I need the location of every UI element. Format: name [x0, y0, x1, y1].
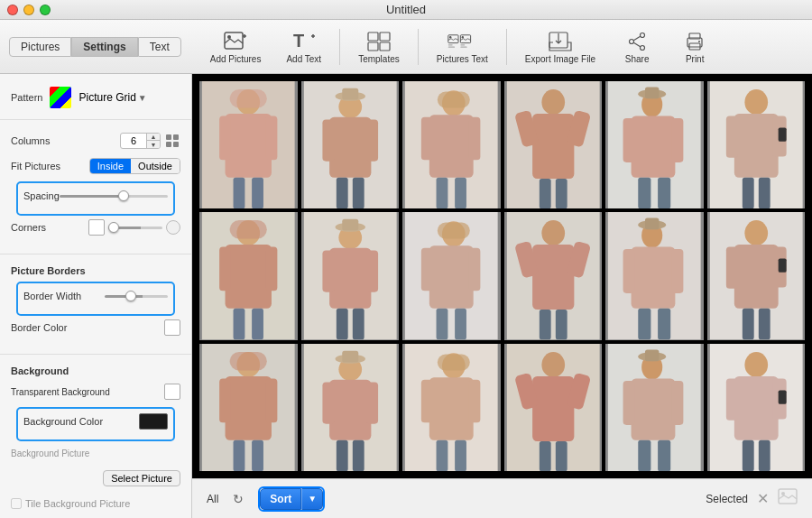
photo-cell[interactable] [402, 212, 501, 339]
svg-rect-168 [638, 439, 651, 471]
columns-stepper[interactable]: ▲ ▼ [120, 133, 161, 149]
tile-bg-row: Tile Background Picture [11, 494, 180, 513]
corners-swatch[interactable] [88, 219, 105, 236]
svg-rect-112 [539, 310, 550, 339]
svg-rect-38 [234, 178, 245, 209]
sort-button[interactable]: Sort [260, 488, 301, 510]
svg-rect-106 [438, 223, 470, 239]
svg-rect-77 [725, 116, 737, 158]
photo-cell[interactable] [301, 81, 400, 208]
svg-rect-69 [672, 118, 684, 162]
svg-rect-79 [778, 127, 786, 141]
svg-rect-63 [539, 179, 550, 208]
svg-rect-86 [266, 247, 278, 291]
svg-rect-31 [166, 142, 171, 147]
window-title: Untitled [386, 3, 426, 16]
corners-circle-btn[interactable] [166, 220, 180, 235]
pattern-row: Pattern Picture Grid ▼ [0, 81, 191, 114]
photo-cell[interactable] [301, 212, 400, 339]
photo-cell[interactable] [402, 344, 501, 471]
add-text-button[interactable]: T Add Text [275, 25, 332, 68]
share-label: Share [625, 54, 650, 64]
svg-rect-71 [658, 178, 670, 209]
columns-decrement[interactable]: ▼ [147, 141, 160, 149]
photo-cell[interactable] [504, 212, 603, 339]
photo-cell[interactable] [707, 81, 806, 208]
photo-cell[interactable] [199, 212, 298, 339]
background-color-swatch[interactable] [139, 413, 168, 430]
transparent-bg-label: Transparent Background [11, 387, 110, 397]
tile-bg-checkbox[interactable] [11, 498, 22, 509]
fit-pictures-row: Fit Pictures Inside Outside [11, 156, 180, 176]
svg-point-28 [698, 41, 700, 42]
photo-cell[interactable] [707, 344, 806, 471]
spacing-slider[interactable] [60, 195, 168, 198]
border-color-swatch[interactable] [164, 319, 180, 336]
grid-view-icon[interactable] [164, 133, 180, 149]
columns-input[interactable] [121, 135, 146, 146]
svg-rect-169 [658, 439, 670, 471]
spacing-highlight: Spacing [16, 181, 175, 216]
svg-rect-166 [623, 381, 635, 425]
photo-cell[interactable] [504, 344, 603, 471]
photo-cell[interactable] [707, 212, 806, 339]
fit-outside-btn[interactable]: Outside [131, 159, 180, 173]
minimize-button[interactable] [23, 5, 34, 15]
photo-cell[interactable] [402, 81, 501, 208]
svg-rect-151 [421, 379, 433, 422]
photo-cell[interactable] [605, 212, 704, 339]
svg-rect-70 [638, 178, 651, 209]
columns-increment[interactable]: ▲ [147, 133, 160, 141]
print-button[interactable]: Print [668, 25, 722, 68]
pattern-select[interactable]: Picture Grid ▼ [78, 91, 146, 104]
svg-point-59 [541, 89, 565, 115]
border-width-label: Border Width [23, 291, 81, 301]
svg-rect-150 [429, 377, 474, 439]
spacing-slider-container [60, 195, 168, 198]
border-width-slider[interactable] [105, 295, 168, 298]
svg-rect-53 [421, 117, 433, 161]
pictures-text-label: Pictures Text [437, 54, 488, 64]
export-button[interactable]: Export Image File [514, 25, 606, 68]
fit-inside-btn[interactable]: Inside [90, 159, 131, 173]
photo-cell[interactable] [199, 344, 298, 471]
pictures-text-button[interactable]: Pictures Text [426, 25, 499, 68]
photo-cell[interactable] [301, 344, 400, 471]
share-button[interactable]: Share [610, 25, 664, 68]
select-picture-button[interactable]: Select Picture [103, 470, 180, 486]
refresh-icon[interactable]: ↻ [227, 488, 249, 510]
photo-cell[interactable] [605, 81, 704, 208]
close-button[interactable] [7, 5, 18, 15]
toolbar-sep-2 [418, 29, 419, 65]
svg-rect-36 [219, 116, 231, 161]
toolbar-sep-3 [506, 29, 507, 65]
transparent-bg-swatch[interactable] [164, 384, 180, 400]
maximize-button[interactable] [40, 5, 51, 15]
tab-pictures[interactable]: Pictures [9, 37, 71, 57]
svg-point-12 [449, 36, 451, 38]
svg-rect-68 [623, 118, 635, 162]
svg-rect-102 [421, 248, 433, 291]
svg-rect-145 [366, 382, 378, 423]
sort-dropdown-btn[interactable]: ▼ [301, 488, 323, 510]
svg-rect-84 [226, 245, 272, 309]
corners-slider[interactable] [108, 227, 162, 229]
pattern-value: Picture Grid [78, 91, 135, 104]
photo-cell[interactable] [199, 81, 298, 208]
svg-rect-130 [758, 309, 770, 340]
svg-rect-179 [758, 439, 770, 471]
svg-rect-49 [352, 178, 364, 209]
svg-rect-85 [219, 247, 231, 291]
templates-icon [364, 29, 393, 54]
photo-cell[interactable] [504, 81, 603, 208]
tab-text[interactable]: Text [138, 37, 181, 57]
picture-placeholder-icon[interactable] [778, 488, 798, 509]
svg-rect-60 [532, 114, 574, 179]
add-pictures-button[interactable]: Add Pictures [199, 25, 272, 68]
templates-button[interactable]: Templates [347, 25, 411, 68]
tab-settings[interactable]: Settings [71, 37, 137, 57]
window-controls[interactable] [7, 5, 51, 15]
svg-rect-93 [342, 219, 358, 231]
photo-cell[interactable] [605, 344, 704, 471]
delete-icon[interactable]: ✕ [757, 490, 769, 507]
